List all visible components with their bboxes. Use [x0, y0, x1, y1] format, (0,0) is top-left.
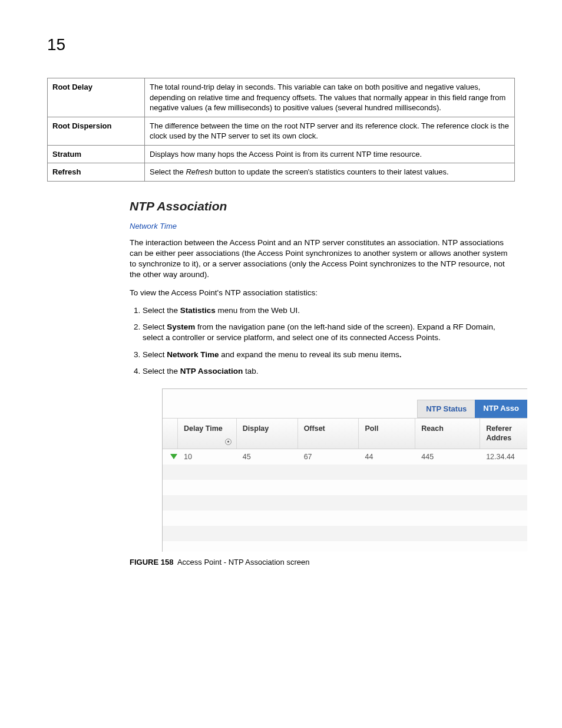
step-3-b: Network Time: [167, 350, 219, 359]
step-1-a: Select the: [143, 306, 180, 315]
step-2-b: System: [167, 322, 195, 331]
desc-root-dispersion: The difference between the time on the r…: [145, 117, 515, 145]
col-header-offset[interactable]: Offset: [298, 419, 359, 449]
step-2-c: from the navigation pane (on the left-ha…: [143, 322, 495, 342]
screenshot-figure: NTP Status NTP Asso Delay Time Display O…: [162, 388, 515, 552]
step-4-a: Select the: [143, 367, 180, 375]
grid-empty-row: [163, 526, 527, 541]
steps-list: Select the Statistics menu from the Web …: [130, 305, 515, 377]
step-4-b: NTP Association: [180, 367, 243, 375]
grid-empty-row: [163, 465, 527, 480]
grid-data-row[interactable]: 10 45 67 44 445 12.34.44: [163, 449, 527, 465]
col-header-reach[interactable]: Reach: [415, 419, 480, 449]
term-stratum: Stratum: [48, 145, 145, 163]
step-4-c: tab.: [243, 367, 258, 375]
cell-reach: 445: [415, 450, 480, 463]
page-number: 15: [47, 35, 515, 54]
term-refresh: Refresh: [48, 163, 145, 182]
table-row: Stratum Displays how many hops the Acces…: [48, 145, 515, 163]
cell-poll: 44: [359, 450, 415, 463]
heading-ntp-association: NTP Association: [130, 199, 515, 213]
grid-header-row: Delay Time Display Offset Poll Reach Ref…: [163, 419, 527, 449]
step-1-b: Statistics: [180, 306, 216, 315]
grid-empty-row: [163, 480, 527, 495]
step-3-d: .: [399, 350, 402, 359]
figure-caption: FIGURE 158 Access Point - NTP Associatio…: [130, 558, 515, 566]
grid-empty-row: [163, 510, 527, 526]
step-2-a: Select: [143, 322, 167, 331]
breadcrumb-network-time[interactable]: Network Time: [130, 222, 515, 230]
term-root-delay: Root Delay: [48, 78, 145, 117]
table-row: Refresh Select the Refresh button to upd…: [48, 163, 515, 182]
col-header-delay-time[interactable]: Delay Time: [178, 419, 237, 449]
step-4: Select the NTP Association tab.: [143, 366, 515, 377]
table-row: Root Dispersion The difference between t…: [48, 117, 515, 145]
desc-stratum: Displays how many hops the Access Point …: [145, 145, 515, 163]
desc-refresh-pre: Select the: [150, 167, 186, 176]
step-2: Select System from the navigation pane (…: [143, 322, 515, 343]
desc-root-delay: The total round-trip delay in seconds. T…: [145, 78, 515, 117]
step-3-c: and expand the menu to reveal its sub me…: [219, 350, 399, 359]
grid-empty-row: [163, 541, 527, 552]
term-root-dispersion: Root Dispersion: [48, 117, 145, 145]
data-grid: Delay Time Display Offset Poll Reach Ref…: [163, 418, 527, 552]
grid-empty-row: [163, 495, 527, 510]
screenshot-frame: NTP Status NTP Asso Delay Time Display O…: [162, 388, 527, 552]
intro-paragraph: The interaction between the Access Point…: [130, 238, 515, 281]
desc-refresh-post: button to update the screen's statistics…: [213, 167, 449, 176]
tab-ntp-status[interactable]: NTP Status: [417, 400, 475, 418]
step-1: Select the Statistics menu from the Web …: [143, 305, 515, 316]
definition-table: Root Delay The total round-trip delay in…: [47, 78, 515, 182]
cell-display: 45: [237, 450, 298, 463]
desc-refresh-em: Refresh: [186, 167, 213, 176]
figure-label: FIGURE 158: [130, 558, 173, 566]
col-header-icon[interactable]: [163, 419, 178, 449]
cell-ref-address: 12.34.44: [480, 450, 527, 463]
table-row: Root Delay The total round-trip delay in…: [48, 78, 515, 117]
figure-caption-text: Access Point - NTP Association screen: [177, 558, 309, 566]
cell-delay: 10: [178, 450, 237, 463]
row-status-icon: [163, 450, 178, 463]
arrow-down-icon: [170, 454, 177, 459]
col-header-reference-address[interactable]: Referer Addres: [480, 419, 527, 449]
step-1-c: menu from the Web UI.: [216, 306, 300, 315]
tab-bar: NTP Status NTP Asso: [163, 389, 527, 418]
col-header-display[interactable]: Display: [237, 419, 298, 449]
step-3: Select Network Time and expand the menu …: [143, 350, 515, 360]
intro-paragraph-2: To view the Access Point's NTP associati…: [130, 288, 515, 298]
tab-ntp-association[interactable]: NTP Asso: [475, 400, 527, 418]
cell-offset: 67: [298, 450, 359, 463]
desc-refresh: Select the Refresh button to update the …: [145, 163, 515, 182]
col-header-poll[interactable]: Poll: [359, 419, 415, 449]
step-3-a: Select: [143, 350, 167, 359]
